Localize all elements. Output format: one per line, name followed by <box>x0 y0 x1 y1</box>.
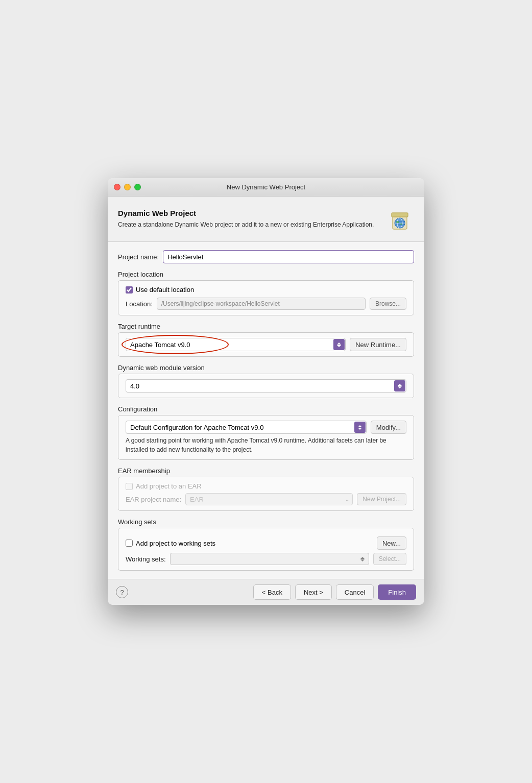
working-sets-label: Working sets <box>118 518 414 526</box>
target-runtime-box: Apache Tomcat v9.0 New Runtime... <box>118 332 414 357</box>
cancel-button[interactable]: Cancel <box>336 584 374 600</box>
svg-point-8 <box>400 224 402 225</box>
use-default-location-label: Use default location <box>136 286 194 293</box>
title-bar: New Dynamic Web Project <box>108 178 424 197</box>
working-sets-box: Add project to working sets New... Worki… <box>118 528 414 571</box>
svg-point-7 <box>396 221 399 223</box>
new-ear-project-button: New Project... <box>357 493 406 505</box>
module-version-wrapper: 4.0 <box>126 379 406 393</box>
help-button[interactable]: ? <box>116 586 128 598</box>
ear-select-wrapper: EAR ⌄ <box>185 493 353 505</box>
module-version-select[interactable]: 4.0 <box>126 379 406 393</box>
runtime-select-wrapper: Apache Tomcat v9.0 <box>126 338 346 351</box>
maximize-button[interactable] <box>134 184 141 190</box>
module-version-row: 4.0 <box>126 379 406 393</box>
target-runtime-section: Target runtime Apache Tomcat v9.0 <box>118 323 414 357</box>
svg-rect-1 <box>392 213 408 217</box>
working-sets-section: Working sets Add project to working sets… <box>118 518 414 571</box>
project-name-input[interactable] <box>163 250 414 263</box>
content-area: Project name: Project location Use defau… <box>108 242 424 579</box>
footer-right: < Back Next > Cancel Finish <box>253 584 416 600</box>
working-sets-select-label: Working sets: <box>126 555 166 563</box>
new-runtime-button[interactable]: New Runtime... <box>350 338 406 351</box>
footer-left: ? <box>116 586 128 598</box>
browse-button[interactable]: Browse... <box>370 298 406 310</box>
window-title: New Dynamic Web Project <box>227 183 305 191</box>
ear-project-name-label: EAR project name: <box>126 496 181 503</box>
add-to-ear-label: Add project to an EAR <box>136 482 202 490</box>
location-input <box>157 298 366 310</box>
header-section: Dynamic Web Project Create a standalone … <box>108 197 424 242</box>
configuration-label: Configuration <box>118 405 414 413</box>
target-runtime-select[interactable]: Apache Tomcat v9.0 <box>126 338 346 351</box>
project-name-row: Project name: <box>118 250 414 263</box>
web-project-icon <box>385 205 414 233</box>
ear-project-select: EAR <box>185 493 353 505</box>
module-version-label: Dynamic web module version <box>118 364 414 372</box>
add-to-working-sets-row: Add project to working sets New... <box>126 536 406 550</box>
project-location-section: Project location Use default location Lo… <box>118 271 414 315</box>
modify-button[interactable]: Modify... <box>371 421 406 434</box>
back-button[interactable]: < Back <box>253 584 291 600</box>
target-runtime-label: Target runtime <box>118 323 414 330</box>
finish-button[interactable]: Finish <box>378 584 416 600</box>
ear-project-row: EAR project name: EAR ⌄ New Project... <box>126 493 406 505</box>
window-controls <box>114 184 141 190</box>
page-title: Dynamic Web Project <box>118 209 374 217</box>
ear-membership-section: EAR membership Add project to an EAR EAR… <box>118 467 414 511</box>
module-version-box: 4.0 <box>118 374 414 398</box>
globe-jar-icon <box>385 205 414 233</box>
configuration-section: Configuration Default Configuration for … <box>118 405 414 460</box>
location-row: Location: Browse... <box>126 298 406 310</box>
runtime-dropdown-wrapper: Apache Tomcat v9.0 <box>126 338 346 351</box>
configuration-select[interactable]: Default Configuration for Apache Tomcat … <box>126 421 367 434</box>
ear-membership-label: EAR membership <box>118 467 414 475</box>
select-working-sets-button[interactable]: Select... <box>373 553 406 565</box>
use-default-location-row: Use default location <box>126 286 406 293</box>
module-version-section: Dynamic web module version 4.0 <box>118 364 414 398</box>
header-text: Dynamic Web Project Create a standalone … <box>118 209 374 229</box>
working-sets-checkbox-row: Add project to working sets <box>126 540 215 547</box>
ear-membership-box: Add project to an EAR EAR project name: … <box>118 477 414 511</box>
add-to-ear-checkbox[interactable] <box>126 483 133 490</box>
configuration-box: Default Configuration for Apache Tomcat … <box>118 415 414 460</box>
location-label: Location: <box>126 300 153 308</box>
close-button[interactable] <box>114 184 120 190</box>
page-description: Create a standalone Dynamic Web project … <box>118 221 374 229</box>
next-button[interactable]: Next > <box>295 584 332 600</box>
add-to-ear-row: Add project to an EAR <box>126 482 406 490</box>
working-sets-select[interactable] <box>170 553 369 565</box>
project-location-box: Use default location Location: Browse... <box>118 280 414 315</box>
project-name-label: Project name: <box>118 253 159 261</box>
project-location-label: Project location <box>118 271 414 278</box>
minimize-button[interactable] <box>124 184 131 190</box>
working-sets-select-row: Working sets: Select... <box>126 553 406 565</box>
configuration-select-wrapper: Default Configuration for Apache Tomcat … <box>126 421 367 434</box>
footer: ? < Back Next > Cancel Finish <box>108 579 424 605</box>
ws-select-wrapper <box>170 553 369 565</box>
use-default-location-checkbox[interactable] <box>126 286 133 293</box>
window: New Dynamic Web Project Dynamic Web Proj… <box>108 178 424 605</box>
new-working-set-button[interactable]: New... <box>377 536 406 550</box>
configuration-description: A good starting point for working with A… <box>126 436 406 454</box>
add-to-working-sets-label: Add project to working sets <box>136 540 215 547</box>
configuration-select-row: Default Configuration for Apache Tomcat … <box>126 421 406 434</box>
runtime-row: Apache Tomcat v9.0 New Runtime... <box>126 338 406 351</box>
add-to-working-sets-checkbox[interactable] <box>126 540 133 547</box>
